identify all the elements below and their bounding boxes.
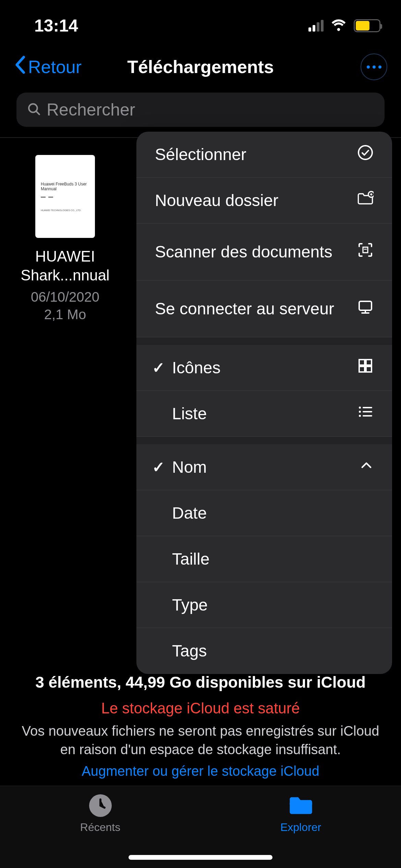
file-item[interactable]: Huawei FreeBuds 3 User Mannual HUAWEI TE… bbox=[14, 155, 117, 322]
svg-rect-6 bbox=[366, 360, 372, 365]
file-date: 06/10/2020 bbox=[14, 289, 117, 305]
thumb-title: Huawei FreeBuds 3 User Mannual bbox=[41, 182, 89, 191]
menu-separator bbox=[136, 337, 392, 345]
search-icon bbox=[27, 102, 41, 118]
context-menu: Sélectionner Nouveau dossier Scanner des… bbox=[136, 132, 392, 674]
footer-summary: 3 éléments, 44,99 Go disponibles sur iCl… bbox=[0, 673, 401, 779]
grid-icon bbox=[357, 358, 374, 378]
menu-item-sort-tags[interactable]: Tags bbox=[136, 628, 392, 674]
checkmark-icon bbox=[149, 359, 168, 376]
more-button[interactable] bbox=[361, 53, 387, 80]
server-icon bbox=[357, 299, 374, 319]
svg-rect-4 bbox=[359, 301, 372, 310]
search-field[interactable] bbox=[16, 93, 385, 127]
storage-warning-title: Le stockage iCloud est saturé bbox=[21, 700, 380, 717]
navigation-bar: Retour Téléchargements bbox=[0, 45, 401, 89]
status-indicators bbox=[308, 16, 380, 36]
status-time: 13:14 bbox=[34, 16, 78, 36]
menu-item-sort-type[interactable]: Type bbox=[136, 582, 392, 628]
svg-point-9 bbox=[359, 407, 361, 409]
ellipsis-icon bbox=[367, 65, 381, 69]
scan-icon bbox=[357, 242, 374, 262]
svg-point-10 bbox=[359, 411, 361, 413]
home-indicator[interactable] bbox=[129, 855, 272, 860]
file-thumbnail: Huawei FreeBuds 3 User Mannual HUAWEI TE… bbox=[35, 155, 95, 238]
back-button[interactable]: Retour bbox=[14, 56, 82, 78]
menu-item-view-icons[interactable]: Icônes bbox=[136, 345, 392, 391]
check-circle-icon bbox=[357, 144, 374, 165]
menu-item-view-list[interactable]: Liste bbox=[136, 391, 392, 437]
svg-rect-8 bbox=[366, 366, 372, 372]
list-icon bbox=[357, 403, 374, 424]
wifi-icon bbox=[330, 16, 348, 36]
svg-rect-3 bbox=[363, 247, 368, 253]
search-input[interactable] bbox=[47, 100, 374, 120]
tab-recents-label: Récents bbox=[80, 821, 120, 834]
menu-item-sort-date[interactable]: Date bbox=[136, 490, 392, 536]
status-bar: 13:14 bbox=[0, 0, 401, 45]
cellular-signal-icon bbox=[308, 20, 324, 32]
menu-item-new-folder[interactable]: Nouveau dossier bbox=[136, 178, 392, 224]
file-name-line2: Shark...nnual bbox=[14, 266, 117, 285]
chevron-left-icon bbox=[14, 56, 26, 78]
tab-bar: Récents Explorer bbox=[0, 786, 401, 868]
menu-item-sort-name[interactable]: Nom bbox=[136, 444, 392, 490]
svg-point-1 bbox=[359, 146, 372, 159]
back-label: Retour bbox=[28, 57, 82, 77]
checkmark-icon bbox=[149, 458, 168, 476]
menu-item-sort-size[interactable]: Taille bbox=[136, 536, 392, 582]
svg-point-11 bbox=[359, 415, 361, 417]
storage-warning-text: Vos nouveaux fichiers ne seront pas enre… bbox=[21, 722, 380, 759]
menu-separator bbox=[136, 437, 392, 444]
chevron-up-icon bbox=[359, 458, 374, 477]
menu-item-scan-documents[interactable]: Scanner des documents bbox=[136, 224, 392, 280]
items-summary: 3 éléments, 44,99 Go disponibles sur iCl… bbox=[21, 673, 380, 691]
folder-icon bbox=[288, 794, 314, 818]
svg-rect-5 bbox=[359, 360, 365, 365]
battery-icon bbox=[354, 19, 380, 32]
folder-plus-icon bbox=[357, 190, 374, 210]
menu-item-connect-server[interactable]: Se connecter au serveur bbox=[136, 280, 392, 337]
file-size: 2,1 Mo bbox=[14, 307, 117, 322]
manage-storage-link[interactable]: Augmenter ou gérer le stockage iCloud bbox=[21, 763, 380, 779]
menu-item-select[interactable]: Sélectionner bbox=[136, 132, 392, 178]
clock-icon bbox=[87, 794, 113, 818]
svg-rect-7 bbox=[359, 366, 365, 372]
file-name-line1: HUAWEI bbox=[14, 247, 117, 266]
tab-browse-label: Explorer bbox=[280, 821, 321, 834]
